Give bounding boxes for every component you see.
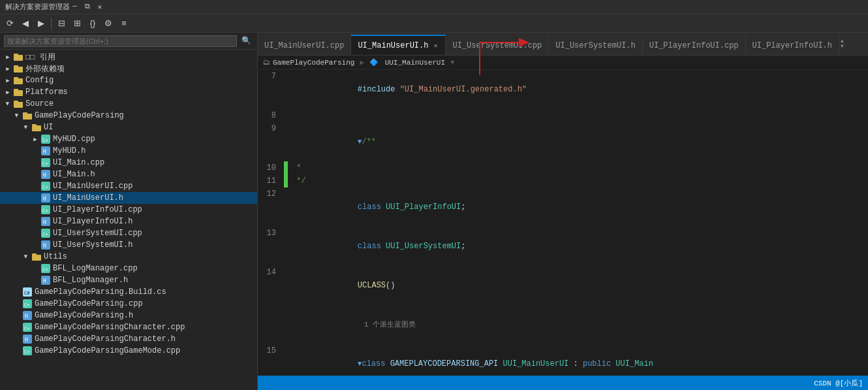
tree-item-uimainuser_cpp[interactable]: C+UI_MainUserUI.cpp <box>0 180 257 192</box>
toolbar-collapse-btn[interactable]: ⊟ <box>54 16 69 31</box>
line-content[interactable]: #include "UI_MainUserUI.generated.h" <box>288 70 867 109</box>
tab-ui-playerinfoui-cpp[interactable]: UI_PlayerInfoUI.cpp <box>643 36 746 55</box>
tree-file-icon <box>13 87 23 97</box>
tree-arrow-icon[interactable]: ▶ <box>3 52 13 62</box>
pin-btn[interactable]: ─ <box>70 3 80 11</box>
svg-text:H: H <box>43 172 46 178</box>
tab-ui-mainuserui-h[interactable]: UI_MainUserUI.h ✕ <box>351 35 446 55</box>
tree-item-gcpchar_cpp[interactable]: C+GamePlayCodeParsingCharacter.cpp <box>0 321 257 333</box>
tree-item-gcpgm_cpp[interactable]: C+GamePlayCodeParsingGameMode.cpp <box>0 345 257 357</box>
tree-file-icon: H <box>40 275 51 285</box>
tree-item-uimainuser_h[interactable]: HUI_MainUserUI.h <box>0 192 257 204</box>
tree-arrow-icon[interactable]: ▶ <box>3 75 13 86</box>
tree-file-icon: C+ <box>22 322 33 333</box>
tree-item-uiusersystem_cpp[interactable]: C+UI_UserSystemUI.cpp <box>0 227 257 239</box>
toolbar-settings-btn[interactable]: ⚙ <box>101 16 116 31</box>
breadcrumb-project[interactable]: GamePlayCodeParsing <box>273 59 354 67</box>
tree-item-platforms[interactable]: ▶Platforms <box>0 86 257 98</box>
tree-arrow-icon[interactable]: ▶ <box>12 110 22 121</box>
tree-item-uimain_h[interactable]: HUI_Main.h <box>0 169 257 180</box>
tree-arrow-icon[interactable] <box>30 193 40 203</box>
tree-item-label: GamePlayCodeParsing.h <box>35 311 133 320</box>
toolbar-sync-btn[interactable]: ⟳ <box>3 16 17 31</box>
tree-item-ui[interactable]: ▶UI <box>0 122 257 133</box>
tree-item-gcp2_h[interactable]: HGamePlayCodeParsing.h <box>0 310 257 321</box>
tree-item-bfl_log_cpp[interactable]: C+BFL_LogManager.cpp <box>0 263 257 274</box>
tree-arrow-icon[interactable] <box>30 181 40 191</box>
tree-file-icon: H <box>40 216 51 227</box>
tree-item-myhud_h[interactable]: HMyHUD.h <box>0 145 257 157</box>
tree-item-uiplayerinfo_h[interactable]: HUI_PlayerInfoUI.h <box>0 216 257 227</box>
tree-item-uiusersystem_h[interactable]: HUI_UserSystemUI.h <box>0 239 257 251</box>
tree-item-uimain_cpp_item[interactable]: C+UI_Main.cpp <box>0 157 257 169</box>
tree-arrow-icon[interactable]: ▶ <box>21 252 31 262</box>
code-area[interactable]: 7 #include "UI_MainUserUI.generated.h" 8 <box>258 70 868 376</box>
tree-item-build_cs[interactable]: C#GamePlayCodeParsing.Build.cs <box>0 286 257 298</box>
tree-item-gcp2_cpp[interactable]: C+GamePlayCodeParsing.cpp <box>0 298 257 310</box>
tree-file-icon: C+ <box>40 204 51 215</box>
tab-close-icon[interactable]: ✕ <box>432 41 439 50</box>
toolbar-expand-btn[interactable]: ⊞ <box>70 16 84 31</box>
tree-arrow-icon[interactable] <box>12 287 22 297</box>
tree-arrow-icon[interactable] <box>12 310 22 321</box>
search-icon[interactable]: 🔍 <box>240 35 253 46</box>
tree-file-icon: C+ <box>40 134 51 144</box>
tree-file-icon: C+ <box>40 263 51 274</box>
tree-arrow-icon[interactable] <box>30 263 40 274</box>
tab-ui-playerinfoui-h[interactable]: UI_PlayerInfoUI.h <box>746 36 839 55</box>
toolbar-back-btn[interactable]: ◀ <box>18 16 33 31</box>
tree-item-deps[interactable]: ▶外部依赖项 <box>0 63 257 74</box>
tree-item-uiplayerinfo_cpp[interactable]: C+UI_PlayerInfoUI.cpp <box>0 204 257 216</box>
toolbar-forward-btn[interactable]: ▶ <box>34 16 48 31</box>
tree-arrow-icon[interactable]: ▶ <box>3 63 13 74</box>
tree-arrow-icon[interactable]: ▶ <box>3 87 13 97</box>
tree-item-ref[interactable]: ▶□□ 引用 <box>0 51 257 63</box>
toolbar-filter-btn[interactable]: {} <box>85 16 100 31</box>
tab-label: UI_UserSystemUI.h <box>555 41 635 50</box>
tab-ui-mainuserui-cpp[interactable]: UI_MainUserUI.cpp <box>258 36 351 55</box>
tree-file-icon <box>31 252 42 262</box>
tree-arrow-icon[interactable] <box>30 240 40 250</box>
tree-item-label: MyHUD.cpp <box>53 135 95 144</box>
svg-text:C+: C+ <box>24 326 29 331</box>
tree-arrow-icon[interactable] <box>12 299 22 309</box>
tree-item-myhud_cpp[interactable]: ▶C+MyHUD.cpp <box>0 133 257 145</box>
tree-item-label: UI_MainUserUI.h <box>53 193 123 203</box>
tree-arrow-icon[interactable] <box>12 322 22 333</box>
tree-item-bfl_log_h[interactable]: HBFL_LogManager.h <box>0 274 257 286</box>
toolbar-menu-btn[interactable]: ≡ <box>117 16 131 31</box>
tree-item-label: UI <box>44 123 53 132</box>
close-sidebar-btn[interactable]: ✕ <box>95 3 105 11</box>
tree-arrow-icon[interactable] <box>12 346 22 356</box>
tree-arrow-icon[interactable] <box>12 334 22 344</box>
breadcrumb-symbol[interactable]: 🔷 UUI_MainUserUI <box>369 58 445 67</box>
tab-ui-usersystemui-cpp[interactable]: UI_UserSystemUI.cpp <box>446 36 549 55</box>
tree-item-config[interactable]: ▶Config <box>0 74 257 86</box>
tree-arrow-icon[interactable]: ▶ <box>30 134 40 144</box>
tab-scroll-down[interactable]: ▼ <box>841 44 844 49</box>
title-bar: 解决方案资源管理器 ─ ⧉ ✕ <box>0 0 868 14</box>
tree-item-utils[interactable]: ▶Utils <box>0 251 257 263</box>
tree-arrow-icon[interactable]: ▶ <box>21 122 31 133</box>
code-line-11: 11 */ <box>258 174 867 187</box>
tree-item-source[interactable]: ▶Source <box>0 98 257 110</box>
tree-arrow-icon[interactable] <box>30 216 40 227</box>
search-input[interactable] <box>4 35 237 47</box>
tree-item-gcp[interactable]: ▶GamePlayCodeParsing <box>0 110 257 122</box>
tree-file-icon <box>22 110 33 121</box>
tree-arrow-icon[interactable] <box>30 204 40 215</box>
tab-bar: UI_MainUserUI.cpp UI_MainUserUI.h ✕ UI_U… <box>258 33 868 56</box>
tree-file-icon <box>13 63 23 74</box>
tree-item-label: BFL_LogManager.cpp <box>53 264 138 273</box>
float-btn[interactable]: ⧉ <box>82 3 93 11</box>
tree-arrow-icon[interactable] <box>30 228 40 238</box>
tree-item-gcpchar_h[interactable]: HGamePlayCodeParsingCharacter.h <box>0 333 257 345</box>
tree-arrow-icon[interactable]: ▶ <box>3 99 13 109</box>
tree-arrow-icon[interactable] <box>30 275 40 285</box>
tree-arrow-icon[interactable] <box>30 169 40 180</box>
code-line-13: 13 class UUI_UserSystemUI; <box>258 227 867 266</box>
tree-arrow-icon[interactable] <box>30 157 40 168</box>
tab-ui-usersystemui-h[interactable]: UI_UserSystemUI.h <box>549 36 642 55</box>
tree-arrow-icon[interactable] <box>30 146 40 156</box>
breadcrumb-dropdown-icon[interactable]: ▼ <box>450 59 455 67</box>
